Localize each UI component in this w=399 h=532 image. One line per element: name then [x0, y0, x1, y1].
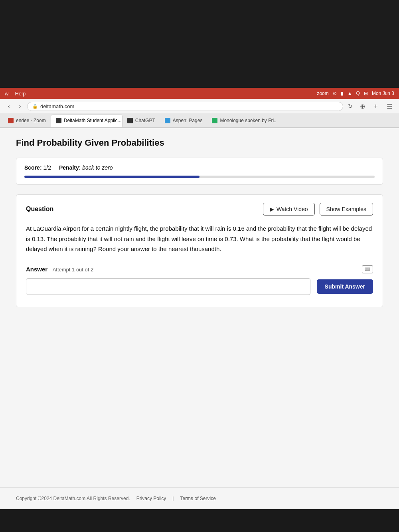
answer-label-group: Answer Attempt 1 out of 2 [26, 266, 93, 273]
terms-of-service-link[interactable]: Terms of Service [180, 496, 215, 501]
page-content: Find Probability Given Probabilities Sco… [0, 128, 399, 487]
tab-favicon-monologue [212, 118, 217, 123]
tab-label-endee: endee - Zoom [16, 118, 46, 123]
watch-video-label: Watch Video [277, 206, 308, 212]
answer-row: Submit Answer [26, 278, 373, 295]
answer-section: Answer Attempt 1 out of 2 ⌨ Submit Answe… [26, 265, 373, 295]
tab-monologue[interactable]: Monologue spoken by Fri... [207, 114, 279, 127]
add-tab-button[interactable]: + [371, 101, 381, 111]
submit-answer-button[interactable]: Submit Answer [317, 279, 373, 294]
tab-label-monologue: Monologue spoken by Fri... [220, 118, 278, 123]
menu-item-help[interactable]: Help [15, 91, 26, 97]
attempt-label: Attempt 1 out of 2 [53, 267, 94, 273]
show-examples-label: Show Examples [326, 206, 366, 212]
score-label: Score: 1/2 [24, 164, 51, 171]
question-header: Question ▶ Watch Video Show Examples [26, 203, 373, 216]
footer: Copyright ©2024 DeltaMath.com All Rights… [0, 487, 399, 509]
tab-deltamath[interactable]: DeltaMath Student Applic... [51, 114, 122, 127]
tabs-row: endee - Zoom DeltaMath Student Applic...… [0, 113, 399, 128]
browser-actions: ⊕ + ☰ [358, 101, 394, 111]
progress-bar [24, 176, 375, 178]
question-label: Question [26, 206, 53, 213]
tab-chatgpt[interactable]: ChatGPT [122, 114, 160, 127]
tab-endee-zoom[interactable]: endee - Zoom [3, 114, 51, 127]
zoom-label: zoom [317, 91, 328, 96]
tab-label-chatgpt: ChatGPT [135, 118, 155, 123]
battery-icon: ▮ [341, 91, 344, 96]
question-text: At LaGuardia Airport for a certain night… [26, 223, 373, 254]
sidebar-button[interactable]: ☰ [385, 101, 394, 111]
search-icon[interactable]: Q [356, 91, 360, 96]
penalty-value: back to zero [82, 164, 113, 171]
circle-icon: ⊙ [333, 91, 337, 96]
question-buttons: ▶ Watch Video Show Examples [263, 203, 373, 216]
address-bar[interactable]: 🔒 deltamath.com [27, 102, 343, 111]
control-center-icon[interactable]: ⊟ [364, 91, 368, 96]
menu-bar-left: w Help [5, 91, 317, 97]
tab-label-aspen: Aspen: Pages [173, 118, 203, 123]
tab-favicon-deltamath [56, 118, 61, 123]
back-button[interactable]: ‹ [5, 102, 13, 110]
dark-background [0, 0, 399, 88]
progress-bar-fill [24, 176, 200, 178]
share-button[interactable]: ⊕ [358, 101, 367, 111]
copyright-text: Copyright ©2024 DeltaMath.com All Rights… [16, 496, 130, 501]
score-card: Score: 1/2 Penalty: back to zero [16, 158, 383, 185]
wifi-icon: ▲ [348, 91, 352, 96]
watch-video-button[interactable]: ▶ Watch Video [263, 203, 315, 216]
date-time: Mon Jun 3 [372, 91, 394, 96]
tab-favicon-endee [8, 118, 14, 123]
address-bar-row: ‹ › 🔒 deltamath.com ↻ ⊕ + ☰ [0, 99, 399, 113]
menu-item-w[interactable]: w [5, 91, 8, 97]
refresh-button[interactable]: ↻ [346, 102, 354, 110]
answer-input[interactable] [26, 278, 310, 295]
footer-divider: | [172, 496, 174, 501]
menu-bar: w Help zoom ⊙ ▮ ▲ Q ⊟ Mon Jun 3 [0, 88, 399, 99]
answer-header: Answer Attempt 1 out of 2 ⌨ [26, 265, 373, 273]
forward-button[interactable]: › [16, 102, 24, 110]
score-row: Score: 1/2 Penalty: back to zero [24, 164, 375, 171]
privacy-policy-link[interactable]: Privacy Policy [136, 496, 166, 501]
show-examples-button[interactable]: Show Examples [320, 203, 373, 216]
lock-icon: 🔒 [32, 104, 38, 109]
tab-favicon-aspen [165, 118, 170, 123]
tab-label-deltamath: DeltaMath Student Applic... [64, 118, 122, 123]
score-value: 1/2 [43, 164, 51, 171]
browser-chrome: ‹ › 🔒 deltamath.com ↻ ⊕ + ☰ endee - Zoom… [0, 99, 399, 128]
keyboard-icon: ⌨ [362, 265, 373, 273]
tab-aspen[interactable]: Aspen: Pages [160, 114, 207, 127]
penalty-label: Penalty: back to zero [59, 164, 113, 171]
question-section: Question ▶ Watch Video Show Examples At … [16, 194, 383, 307]
url-text: deltamath.com [40, 103, 74, 109]
tab-favicon-chatgpt [127, 118, 133, 123]
answer-label: Answer [26, 266, 47, 273]
play-icon: ▶ [270, 206, 274, 212]
menu-bar-right: zoom ⊙ ▮ ▲ Q ⊟ Mon Jun 3 [317, 91, 394, 96]
page-title: Find Probability Given Probabilities [16, 138, 383, 148]
